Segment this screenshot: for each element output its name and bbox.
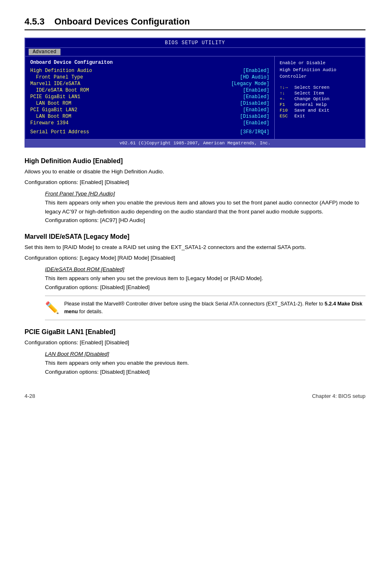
bios-key-esc: ESC bbox=[280, 114, 292, 119]
bios-footer: v02.61 (C)Copyright 1985-2007, American … bbox=[25, 139, 365, 147]
bios-label-pci-lan2: PCI GigaBit LAN2 bbox=[30, 107, 77, 113]
bios-label-marvell: Marvell IDE/eSATA bbox=[30, 81, 80, 87]
footer-left: 4-28 bbox=[25, 393, 35, 399]
bios-label-front-panel: Front Panel Type bbox=[30, 74, 83, 80]
subsection-body1-marvell: Set this item to [RAID Mode] to create a… bbox=[25, 243, 365, 252]
bios-key-row-screen: ↑↓→ Select Screen bbox=[280, 85, 360, 90]
bios-row-pci-lan2[interactable]: PCI GigaBit LAN2 [Enabled] bbox=[30, 107, 269, 113]
note-text-marvell: Please install the Marvell® Controller d… bbox=[64, 300, 365, 316]
section-number: 4.5.3 bbox=[25, 16, 45, 27]
footer-right: Chapter 4: BIOS setup bbox=[312, 393, 365, 399]
bios-key-arrows1: ↑↓→ bbox=[280, 85, 292, 90]
bios-tab-advanced[interactable]: Advanced bbox=[29, 49, 61, 55]
bios-title: BIOS SETUP UTILITY bbox=[25, 38, 365, 48]
bios-label-serial: Serial Port1 Address bbox=[30, 129, 89, 135]
bios-row-lan2-boot[interactable]: LAN Boot ROM [Disabled] bbox=[30, 114, 269, 119]
bios-tab-row: Advanced bbox=[25, 48, 365, 56]
subitem-title-lan-boot: LAN Boot ROM [Disabled] bbox=[45, 351, 365, 357]
bios-value-hd-audio: [Enabled] bbox=[243, 68, 269, 74]
bios-value-pci-lan2: [Enabled] bbox=[243, 107, 269, 113]
note-text1: Please install the Marvell® Controller d… bbox=[64, 301, 325, 307]
bios-value-ide-boot: [Enabled] bbox=[243, 88, 269, 93]
bios-keys: ↑↓→ Select Screen ↑↓ Select Item +- Chan… bbox=[280, 85, 360, 119]
bios-row-marvell[interactable]: Marvell IDE/eSATA [Legacy Mode] bbox=[30, 81, 269, 87]
bios-row-lan1-boot[interactable]: LAN Boot ROM [Disabled] bbox=[30, 101, 269, 106]
bios-value-lan1-boot: [Disabled] bbox=[240, 101, 269, 106]
bios-row-pcie-lan1[interactable]: PCIE GigaBit LAN1 [Enabled] bbox=[30, 94, 269, 100]
subitem-body2-ide-boot: Configuration options: [Disabled] [Enabl… bbox=[45, 283, 365, 292]
bios-key-row-f1: F1 General Help bbox=[280, 102, 360, 107]
subsection-body1-hd-audio: Allows you to enable or disable the High… bbox=[25, 167, 365, 176]
bios-row-serial[interactable]: Serial Port1 Address [3F8/IRQ4] bbox=[30, 129, 269, 135]
bios-row-fireware[interactable]: Fireware 1394 [Enabled] bbox=[30, 120, 269, 126]
bios-key-plusminus: +- bbox=[280, 97, 292, 101]
bios-key-row-f10: F10 Save and Exit bbox=[280, 108, 360, 113]
note-box-marvell: ✏️ Please install the Marvell® Controlle… bbox=[45, 296, 365, 320]
bios-key-row-change: +- Change Option bbox=[280, 97, 360, 101]
subsection-title-pcie-lan1: PCIE GigaBit LAN1 [Enabled] bbox=[25, 328, 365, 336]
bios-row-ide-boot[interactable]: IDE/eSATA Boot ROM [Enabled] bbox=[30, 88, 269, 93]
bios-value-marvell: [Legacy Mode] bbox=[231, 81, 269, 87]
subsection-body2-hd-audio: Configuration options: [Enabled] [Disabl… bbox=[25, 178, 365, 187]
bios-help-title: Enable or Disable bbox=[280, 61, 325, 65]
note-text2: for details. bbox=[78, 309, 103, 314]
bios-label-lan2-boot: LAN Boot ROM bbox=[30, 114, 71, 119]
bios-label-fireware: Fireware 1394 bbox=[30, 120, 69, 126]
subitem-body1-lan-boot: This item appears only when you enable t… bbox=[45, 359, 365, 368]
bios-left-title: Onboard Device Configuraiton bbox=[30, 60, 269, 65]
subsection-marvell: Marvell IDE/eSATA [Legacy Mode] Set this… bbox=[25, 233, 365, 320]
bios-row-front-panel[interactable]: Front Panel Type [HD Audio] bbox=[30, 74, 269, 80]
subitem-body2-front-panel: Configuration options: [AC97] [HD Audio] bbox=[45, 216, 365, 225]
subitem-body2-lan-boot: Configuration options: [Disabled] [Enabl… bbox=[45, 368, 365, 377]
subsection-title-hd-audio: High Definition Audio [Enabled] bbox=[25, 157, 365, 165]
subitem-body1-ide-boot: This item appears only when you set the … bbox=[45, 274, 365, 283]
bios-help-subtitle: High Definition Audio bbox=[280, 67, 336, 72]
bios-box: BIOS SETUP UTILITY Advanced Onboard Devi… bbox=[25, 38, 365, 148]
subitem-title-ide-boot: IDE/eSATA Boot ROM [Enabled] bbox=[45, 266, 365, 272]
bios-key-desc-esc: Exit bbox=[294, 114, 305, 119]
bios-row-hd-audio[interactable]: High Definition Audio [Enabled] bbox=[30, 68, 269, 74]
bios-label-hd-audio: High Definition Audio bbox=[30, 68, 92, 74]
bios-label-lan1-boot: LAN Boot ROM bbox=[30, 101, 71, 106]
subsection-title-marvell: Marvell IDE/eSATA [Legacy Mode] bbox=[25, 233, 365, 240]
subsection-body1-pcie-lan1: Configuration options: [Enabled] [Disabl… bbox=[25, 338, 365, 347]
subitem-ide-boot: IDE/eSATA Boot ROM [Enabled] This item a… bbox=[45, 266, 365, 292]
subsection-body2-marvell: Configuration options: [Legacy Mode] [RA… bbox=[25, 254, 365, 263]
bios-right-panel: Enable or Disable High Definition Audio … bbox=[275, 56, 365, 139]
bios-value-serial: [3F8/IRQ4] bbox=[240, 129, 269, 135]
bios-help-text: Enable or Disable High Definition Audio … bbox=[280, 60, 360, 80]
section-heading: 4.5.3 Onboard Devices Configuration bbox=[25, 16, 365, 30]
bios-key-f10: F10 bbox=[280, 108, 292, 113]
bios-value-fireware: [Enabled] bbox=[243, 120, 269, 126]
bios-label-pcie-lan1: PCIE GigaBit LAN1 bbox=[30, 94, 80, 100]
bios-label-ide-boot: IDE/eSATA Boot ROM bbox=[30, 88, 89, 93]
bios-left-panel: Onboard Device Configuraiton High Defini… bbox=[25, 56, 275, 139]
bios-key-arrows2: ↑↓ bbox=[280, 91, 292, 96]
bios-key-desc-item: Select Item bbox=[294, 91, 324, 96]
bios-key-f1: F1 bbox=[280, 102, 292, 107]
section-title: Onboard Devices Configuration bbox=[54, 16, 190, 27]
bios-key-row-esc: ESC Exit bbox=[280, 114, 360, 119]
note-icon: ✏️ bbox=[45, 301, 59, 314]
bios-key-row-item: ↑↓ Select Item bbox=[280, 91, 360, 96]
bios-value-pcie-lan1: [Enabled] bbox=[243, 94, 269, 100]
bios-value-lan2-boot: [Disabled] bbox=[240, 114, 269, 119]
bios-content: Onboard Device Configuraiton High Defini… bbox=[25, 56, 365, 139]
bios-key-desc-f1: General Help bbox=[294, 102, 327, 107]
bios-key-desc-f10: Save and Exit bbox=[294, 108, 329, 113]
subitem-body1-front-panel: This item appears only when you enable t… bbox=[45, 198, 365, 216]
bios-key-desc-screen: Select Screen bbox=[294, 85, 329, 90]
subsection-hd-audio: High Definition Audio [Enabled] Allows y… bbox=[25, 157, 365, 225]
subitem-lan-boot: LAN Boot ROM [Disabled] This item appear… bbox=[45, 351, 365, 376]
page-footer: 4-28 Chapter 4: BIOS setup bbox=[25, 393, 365, 399]
subitem-front-panel: Front Panel Type [HD Audio] This item ap… bbox=[45, 191, 365, 225]
bios-key-desc-change: Change Option bbox=[294, 97, 329, 101]
subitem-title-front-panel: Front Panel Type [HD Audio] bbox=[45, 191, 365, 197]
subsection-pcie-lan1: PCIE GigaBit LAN1 [Enabled] Configuratio… bbox=[25, 328, 365, 377]
bios-help-detail: Controller bbox=[280, 74, 307, 79]
bios-value-front-panel: [HD Audio] bbox=[240, 74, 269, 80]
